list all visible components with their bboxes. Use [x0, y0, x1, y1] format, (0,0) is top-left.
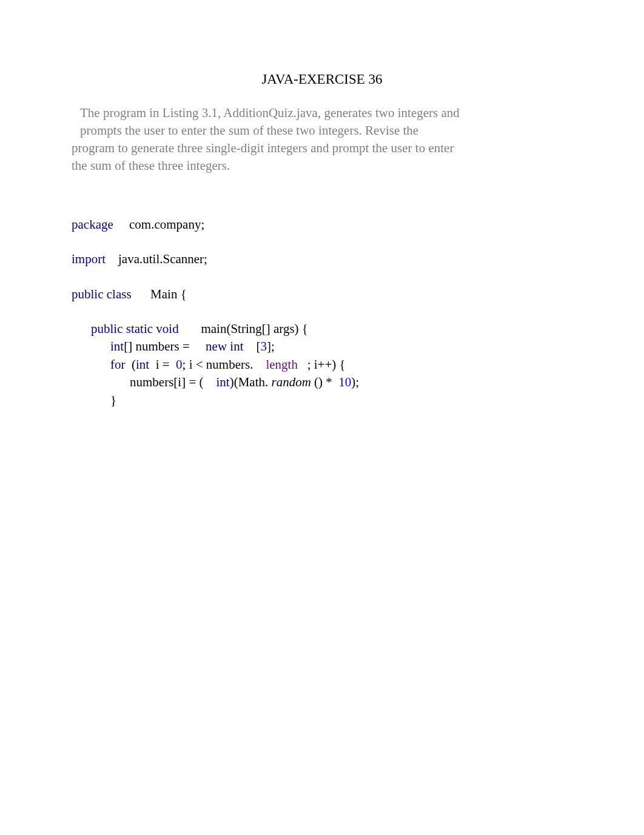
page-title: JAVA-EXERCISE 36: [72, 72, 572, 87]
keyword-method: public static void: [91, 321, 182, 336]
blank-line: [72, 233, 572, 250]
code-line-import: import java.util.Scanner;: [72, 250, 572, 268]
for-variable: i =: [152, 357, 172, 372]
close-brace: }: [110, 393, 116, 407]
keyword-import: import: [72, 252, 109, 266]
description-line: the sum of these three integers.: [72, 157, 572, 175]
random-method: random: [271, 375, 310, 389]
code-line-close-brace: }: [72, 392, 572, 409]
for-condition: ; i < numbers.: [183, 357, 253, 372]
field-length: length: [266, 357, 298, 372]
code-line-for: for (int i = 0; i < numbers. length ; i+…: [72, 356, 572, 374]
keyword-package: package: [72, 217, 116, 232]
array-end: ];: [267, 339, 275, 354]
description-line: prompts the user to enter the sum of the…: [72, 122, 572, 139]
number-literal: 0: [176, 357, 183, 372]
number-literal: 10: [338, 375, 351, 389]
exercise-description: The program in Listing 3.1, AdditionQuiz…: [72, 104, 572, 175]
blank-line: [72, 303, 572, 320]
code-line-package: package com.company;: [72, 216, 572, 233]
code-line-method: public static void main(String[] args) {: [72, 320, 572, 338]
paren-star: () *: [314, 375, 335, 389]
description-line: The program in Listing 3.1, AdditionQuiz…: [72, 104, 572, 122]
blank-line: [72, 269, 572, 286]
import-name: java.util.Scanner;: [118, 252, 207, 266]
document-page: JAVA-EXERCISE 36 The program in Listing …: [0, 0, 644, 409]
keyword-int-cast: int: [216, 375, 229, 389]
code-line-array-decl: int[] numbers = new int [3];: [72, 338, 572, 355]
for-increment: ; i++) {: [307, 357, 346, 372]
paren: (: [132, 357, 136, 372]
method-signature: main(String[] args) {: [201, 321, 308, 336]
keyword-for: for: [110, 357, 129, 372]
math-call: )(Math.: [230, 375, 269, 389]
keyword-int: int: [136, 357, 149, 372]
array-declaration: [] numbers =: [124, 339, 193, 354]
keyword-public-class: public class: [72, 287, 135, 301]
assignment: numbers[i] = (: [130, 375, 203, 389]
description-line: program to generate three single-digit i…: [72, 139, 572, 157]
statement-end: );: [351, 375, 359, 389]
code-line-class: public class Main {: [72, 286, 572, 303]
code-line-body: numbers[i] = ( int)(Math. random () * 10…: [72, 374, 572, 391]
package-name: com.company;: [129, 217, 204, 232]
class-name: Main {: [150, 287, 187, 301]
keyword-int: int: [110, 339, 124, 354]
keyword-new-int: new int: [206, 339, 243, 354]
code-block: package com.company; import java.util.Sc…: [72, 216, 572, 409]
number-literal: 3: [260, 339, 267, 354]
